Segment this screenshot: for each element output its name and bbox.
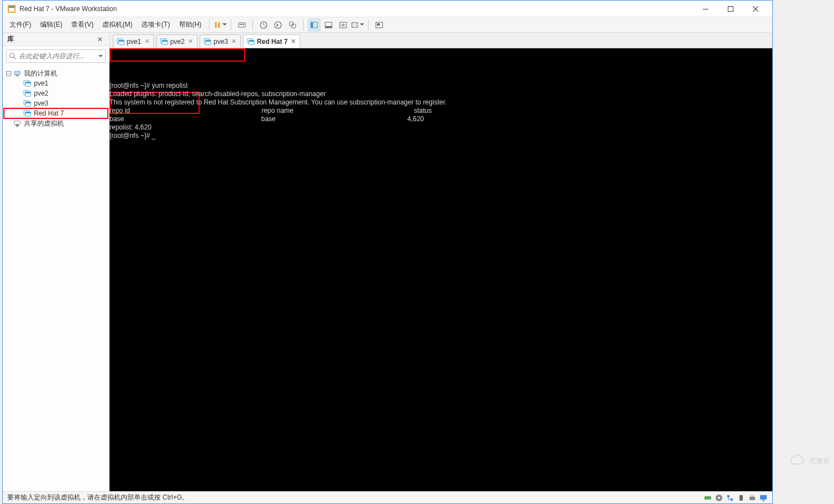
sidebar-title: 库 xyxy=(7,34,96,44)
svg-rect-56 xyxy=(727,495,729,497)
snapshot-revert-button[interactable] xyxy=(271,18,285,32)
sound-icon[interactable] xyxy=(737,493,746,502)
vm-icon xyxy=(23,99,32,108)
expand-toggle[interactable]: − xyxy=(5,70,12,77)
minimize-button[interactable] xyxy=(693,1,718,17)
library-search[interactable] xyxy=(6,49,106,63)
vm-icon xyxy=(23,79,32,88)
search-icon xyxy=(9,52,17,60)
menu-edit[interactable]: 编辑(E) xyxy=(36,18,67,32)
sidebar: 库 ✕ − 我的计算机 pve1 xyxy=(3,33,110,491)
status-icons xyxy=(703,493,768,502)
vm-icon xyxy=(160,38,168,46)
view-fullscreen-button[interactable] xyxy=(351,18,364,32)
titlebar: Red Hat 7 - VMware Workstation xyxy=(3,1,772,17)
view-stretch-button[interactable] xyxy=(336,18,350,32)
tabbar: pve1 ✕ pve2 ✕ pve3 ✕ Red Hat 7 ✕ xyxy=(110,33,772,48)
svg-rect-32 xyxy=(26,92,31,93)
vm-icon xyxy=(247,38,255,46)
snapshot-take-button[interactable] xyxy=(257,18,270,32)
svg-rect-59 xyxy=(749,497,755,500)
statusbar: 要将输入定向到该虚拟机，请在虚拟机内部单击或按 Ctrl+G。 xyxy=(3,491,772,503)
svg-rect-62 xyxy=(762,500,765,501)
menu-file[interactable]: 文件(F) xyxy=(5,18,36,32)
network-icon[interactable] xyxy=(726,493,734,502)
vm-console[interactable]: [root@nfs ~]# yum repolist Loaded plugin… xyxy=(110,48,772,491)
close-button[interactable] xyxy=(743,1,768,17)
tree-label: pve3 xyxy=(34,99,48,107)
tab-close-icon[interactable]: ✕ xyxy=(230,38,237,45)
svg-rect-61 xyxy=(760,495,767,500)
separator xyxy=(209,19,210,31)
vm-icon xyxy=(117,38,125,46)
tab-redhat7[interactable]: Red Hat 7 ✕ xyxy=(243,34,300,48)
svg-rect-8 xyxy=(240,24,241,25)
tab-pve3[interactable]: pve3 ✕ xyxy=(200,34,241,48)
tab-label: pve2 xyxy=(170,38,185,46)
svg-point-23 xyxy=(10,53,14,58)
svg-rect-26 xyxy=(16,76,18,77)
menu-tabs[interactable]: 选项卡(T) xyxy=(137,18,174,32)
menubar: 文件(F) 编辑(E) 查看(V) 虚拟机(M) 选项卡(T) 帮助(H) xyxy=(3,17,772,33)
tree-root-my-computer[interactable]: − 我的计算机 xyxy=(4,68,108,78)
svg-rect-60 xyxy=(751,495,754,497)
vm-tree: − 我的计算机 pve1 pve2 pve3 xyxy=(3,66,109,131)
tab-close-icon[interactable]: ✕ xyxy=(187,38,193,45)
tree-item-pve3[interactable]: pve3 xyxy=(4,98,108,108)
disk-icon[interactable] xyxy=(703,493,712,502)
sidebar-close-button[interactable]: ✕ xyxy=(96,35,105,44)
tree-item-pve1[interactable]: pve1 xyxy=(4,78,108,88)
svg-rect-29 xyxy=(26,82,31,83)
view-thumbnail-button[interactable] xyxy=(322,18,335,32)
svg-rect-2 xyxy=(9,6,14,8)
svg-rect-9 xyxy=(241,24,242,25)
tree-label: 我的计算机 xyxy=(24,69,57,78)
vm-icon xyxy=(23,89,32,98)
svg-point-55 xyxy=(718,497,720,499)
tree-root-shared[interactable]: 共享的虚拟机 xyxy=(4,118,108,128)
pause-button[interactable] xyxy=(214,18,227,32)
expand-toggle[interactable] xyxy=(5,120,12,127)
separator xyxy=(368,19,369,31)
vm-icon xyxy=(23,109,32,118)
menu-vm[interactable]: 虚拟机(M) xyxy=(98,18,137,32)
search-input[interactable] xyxy=(19,52,96,60)
svg-rect-35 xyxy=(26,102,31,103)
app-icon xyxy=(7,4,16,13)
menu-help[interactable]: 帮助(H) xyxy=(175,18,206,32)
tree-item-pve2[interactable]: pve2 xyxy=(4,88,108,98)
send-cad-button[interactable] xyxy=(235,18,249,32)
separator xyxy=(252,19,253,31)
svg-rect-53 xyxy=(704,496,711,500)
tab-pve1[interactable]: pve1 ✕ xyxy=(113,34,154,48)
display-icon[interactable] xyxy=(759,493,768,502)
svg-rect-18 xyxy=(325,26,332,28)
tree-label: Red Hat 7 xyxy=(34,109,64,117)
shared-vm-icon xyxy=(13,119,22,128)
svg-rect-43 xyxy=(119,40,125,42)
printer-icon[interactable] xyxy=(748,493,757,502)
vm-icon xyxy=(203,38,211,46)
svg-rect-6 xyxy=(219,22,220,28)
svg-rect-25 xyxy=(15,72,20,74)
snapshot-manager-button[interactable] xyxy=(286,18,299,32)
svg-rect-10 xyxy=(243,24,244,25)
cdrom-icon[interactable] xyxy=(714,493,723,502)
svg-rect-58 xyxy=(739,495,743,501)
maximize-button[interactable] xyxy=(718,1,743,17)
cloud-icon xyxy=(788,452,806,470)
menu-view[interactable]: 查看(V) xyxy=(67,18,98,32)
status-text: 要将输入定向到该虚拟机，请在虚拟机内部单击或按 Ctrl+G。 xyxy=(7,493,188,502)
tab-close-icon[interactable]: ✕ xyxy=(143,38,150,45)
view-sidebar-button[interactable] xyxy=(307,18,321,32)
view-unity-button[interactable] xyxy=(373,18,386,32)
separator xyxy=(303,19,304,31)
tab-close-icon[interactable]: ✕ xyxy=(290,38,296,45)
tree-item-redhat7[interactable]: Red Hat 7 xyxy=(4,108,108,118)
svg-rect-52 xyxy=(249,40,255,42)
tab-pve2[interactable]: pve2 ✕ xyxy=(156,34,197,48)
tree-label: pve1 xyxy=(34,79,48,87)
tree-label: 共享的虚拟机 xyxy=(24,119,64,128)
window-title: Red Hat 7 - VMware Workstation xyxy=(19,5,693,13)
chevron-down-icon[interactable] xyxy=(98,55,103,57)
